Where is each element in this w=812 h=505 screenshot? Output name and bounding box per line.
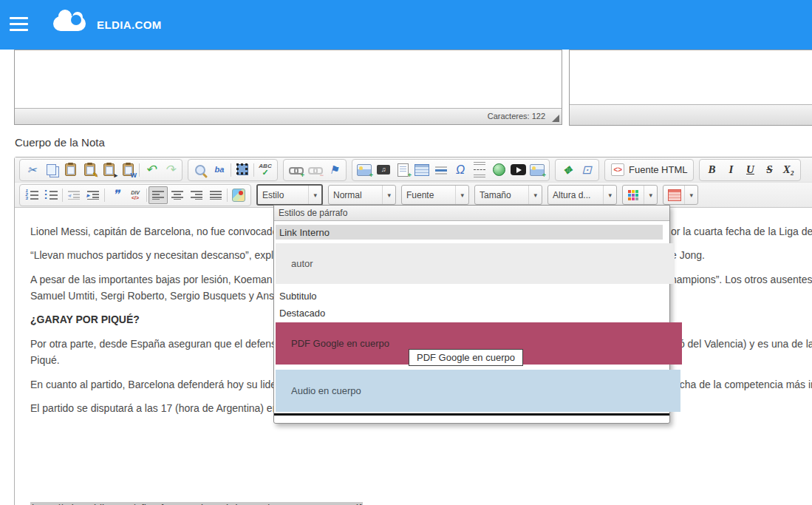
table-grid-combo[interactable]: ▾ (663, 185, 698, 205)
unlink-button[interactable]: − (305, 161, 324, 179)
combo-label: Estilo (258, 190, 308, 200)
align-center-button[interactable] (168, 186, 187, 204)
horizontal-line-button[interactable] (431, 161, 451, 179)
maps-button[interactable] (229, 186, 248, 204)
badge: + (542, 172, 546, 179)
subscript-button[interactable]: X₂ (779, 161, 798, 179)
size-combo[interactable]: Tamaño▾ (474, 185, 542, 205)
numbered-list-icon (26, 190, 38, 200)
page-break-button[interactable] (470, 161, 489, 179)
hamburger-menu-icon[interactable] (10, 17, 28, 31)
paste-button[interactable] (61, 161, 80, 179)
paste-word-button[interactable]: W (118, 161, 137, 179)
char-count: Caracteres: 122 (488, 112, 545, 121)
special-char-icon: Ω (456, 164, 465, 176)
style-subtitulo[interactable]: Subtitulo (276, 289, 663, 303)
title-editor-statusbar: Caracteres: 122 (15, 108, 562, 124)
chevron-down-icon[interactable]: ▾ (684, 186, 697, 204)
text-color-combo[interactable]: ▾ (622, 185, 658, 205)
anchor-button[interactable]: ⚑ (324, 161, 344, 179)
badge: ▸ (114, 172, 117, 179)
title-editor-area[interactable]: Caracteres: 122 (14, 50, 562, 125)
page-break-icon (474, 162, 485, 177)
underline-button[interactable]: U (740, 161, 760, 179)
text-fragment-left: ¿GARAY POR PIQUÉ? (30, 313, 140, 325)
align-right-button[interactable] (187, 186, 206, 204)
secondary-editor-statusbar (570, 104, 812, 125)
bold-button[interactable]: B (702, 161, 721, 179)
replace-button[interactable]: ba (210, 161, 229, 179)
select-all-button[interactable] (233, 161, 252, 179)
copy-button[interactable] (41, 161, 61, 179)
height-combo[interactable]: Altura d...▾ (547, 185, 617, 205)
blockquote-icon: ❞ (112, 189, 119, 201)
chevron-down-icon[interactable]: ▾ (308, 186, 321, 204)
strike-button[interactable]: S (760, 161, 779, 179)
find-button[interactable] (191, 161, 210, 179)
add-image-button[interactable]: + (355, 161, 374, 179)
style-link-interno[interactable]: Link Interno (276, 225, 663, 240)
text-fragment-left: Piqué. (30, 354, 60, 366)
toolbar-group: <>Fuente HTML (604, 159, 694, 181)
toolbar-group: ✥⊡ (555, 159, 599, 181)
link-button[interactable]: + (286, 161, 305, 179)
blockquote-button[interactable]: ❞ (106, 186, 126, 204)
div-container-button[interactable]: DIV</> (126, 186, 145, 204)
paste-special-button[interactable]: ▸ (99, 161, 118, 179)
style-combo[interactable]: Estilo▾ (256, 184, 323, 206)
text-fragment-right: uló del Valencia) y es una de las o (671, 338, 812, 350)
maximize-button[interactable]: ✥ (558, 161, 577, 179)
show-blocks-button[interactable]: ⊡ (577, 161, 596, 179)
font-combo[interactable]: Fuente▾ (401, 185, 469, 205)
flash-button[interactable] (489, 161, 508, 179)
chevron-down-icon[interactable]: ▾ (644, 186, 657, 204)
audio-button[interactable]: ♫ (374, 161, 393, 179)
youtube-button[interactable] (508, 161, 528, 179)
combo-label: Fuente (402, 190, 455, 200)
chevron-down-icon[interactable]: ▾ (455, 186, 468, 204)
paragraph-styles-dropdown: Estilos de párrafo Link InternoautorSubt… (273, 205, 670, 424)
align-left-button[interactable] (149, 186, 168, 204)
separator (104, 189, 105, 202)
undo-icon: ↶ (146, 163, 156, 176)
table-button[interactable] (412, 161, 431, 179)
chevron-down-icon[interactable]: ▾ (603, 186, 616, 204)
toolbar-group: baABC✓ (188, 159, 278, 181)
outdent-button[interactable] (64, 186, 83, 204)
resize-handle-icon[interactable] (552, 115, 559, 122)
style-autor[interactable]: autor (276, 243, 675, 284)
indent-button[interactable] (83, 186, 103, 204)
text-fragment-left: Samuel Umtiti, Sergi Roberto, Sergio Bus… (30, 290, 289, 302)
cut-button[interactable]: ✂ (22, 161, 41, 179)
chevron-down-icon[interactable]: ▾ (382, 186, 395, 204)
undo-button[interactable]: ↶ (141, 161, 160, 179)
secondary-editor-area[interactable] (569, 50, 812, 126)
align-justify-button[interactable] (206, 186, 225, 204)
redo-icon: ↷ (165, 163, 175, 176)
toolbar-group: +♫+Ω+ (352, 159, 550, 181)
style-audio[interactable]: Audio en cuerpo (276, 370, 680, 412)
special-char-button[interactable]: Ω (451, 161, 470, 179)
chevron-down-icon[interactable]: ▾ (528, 186, 542, 204)
format-combo[interactable]: Normal▾ (328, 185, 396, 205)
numbered-list-button[interactable] (22, 186, 41, 204)
redo-button[interactable]: ↷ (160, 161, 180, 179)
add-image2-button[interactable]: + (528, 161, 547, 179)
separator (227, 189, 228, 202)
add-document-button[interactable]: + (393, 161, 412, 179)
source-button[interactable]: <>Fuente HTML (607, 161, 691, 179)
text-color-icon (627, 189, 638, 200)
separator (253, 163, 254, 177)
style-destacado[interactable]: Destacado (276, 306, 663, 320)
body-field-label: Cuerpo de la Nota (15, 136, 105, 149)
spellcheck-button[interactable]: ABC✓ (256, 161, 275, 179)
bullet-list-button[interactable] (41, 186, 61, 204)
toolbar-group: +−⚑ (283, 159, 347, 181)
paste-text-button[interactable]: ✎ (80, 161, 99, 179)
maximize-icon: ✥ (563, 165, 572, 175)
bold-icon: B (708, 164, 715, 175)
italic-button[interactable]: I (721, 161, 740, 179)
dropdown-bottom-divider (274, 413, 669, 416)
combo-label (663, 189, 684, 201)
strike-icon: S (766, 164, 772, 175)
